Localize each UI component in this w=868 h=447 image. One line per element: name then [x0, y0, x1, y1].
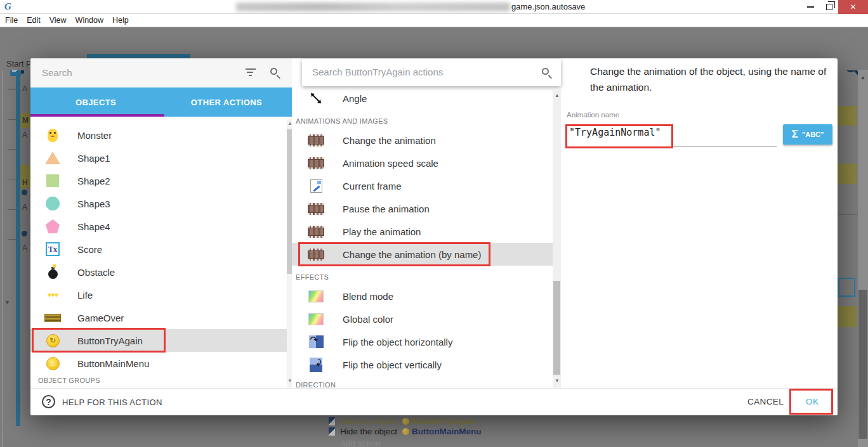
menu-edit[interactable]: Edit: [27, 16, 46, 25]
tab-start-page[interactable]: Start P: [6, 59, 32, 68]
flip-horizontal-icon: ↷: [307, 334, 325, 349]
toolbar: [0, 27, 868, 54]
action-item-play-animation[interactable]: Play the animation: [292, 220, 553, 243]
title-bar: G game.json.autosave ✕: [0, 0, 868, 14]
action-item-blend-mode[interactable]: Blend mode: [292, 285, 553, 308]
action-item-change-animation[interactable]: Change the animation: [292, 129, 553, 152]
menu-file[interactable]: File: [5, 16, 23, 25]
object-item-score[interactable]: Tx Score: [30, 238, 287, 261]
highlighted-event-fragment: [838, 306, 857, 327]
text-object-icon: Tx: [44, 241, 61, 257]
hide-action-icon: [329, 417, 335, 425]
action-item-pause-animation[interactable]: Pause the animation: [292, 197, 553, 220]
action-item-current-frame[interactable]: Current frame: [292, 174, 553, 197]
object-thumbnail-icon: [402, 418, 409, 425]
highlighted-event-fragment: [838, 106, 857, 126]
cancel-button[interactable]: CANCEL: [747, 397, 784, 406]
help-icon[interactable]: ?: [42, 395, 55, 408]
action-item-global-color[interactable]: Global color: [292, 308, 553, 330]
action-item-flip-horizontally[interactable]: ↷ Flip the object horizontally: [292, 330, 553, 353]
action-description: Change the animation of the object, usin…: [590, 63, 831, 95]
active-tab-indicator: [30, 114, 164, 117]
action-text: Hide the object: [340, 417, 397, 426]
monster-icon: [44, 127, 61, 143]
object-label: Monster: [77, 130, 112, 141]
object-list-scroll-thumb[interactable]: [287, 129, 292, 274]
object-label: Shape3: [77, 198, 110, 209]
object-item-shape4[interactable]: Shape4: [30, 215, 287, 238]
scrollbar-up-icon[interactable]: ▲: [860, 75, 865, 81]
hearts-icon: ♥♥♥: [44, 287, 61, 303]
object-name: ButtonMainMenu: [412, 427, 481, 436]
object-item-obstacle[interactable]: Obstacle: [30, 261, 287, 283]
tree-tick: [8, 209, 16, 210]
tree-tick: [8, 239, 16, 240]
scroll-up-icon[interactable]: ▲: [555, 93, 560, 98]
object-label: Score: [77, 244, 102, 255]
tab-objects[interactable]: OBJECTS: [30, 87, 161, 117]
event-action-row[interactable]: Hide the object ButtonMainMenu: [329, 426, 482, 436]
scroll-down-icon[interactable]: ▼: [287, 378, 293, 384]
action-label: Play the animation: [343, 226, 421, 237]
action-item-angle[interactable]: Angle: [292, 87, 553, 110]
event-text-fragment: H: [22, 178, 28, 187]
object-item-shape1[interactable]: Shape1: [30, 146, 287, 169]
action-label: Angle: [343, 93, 367, 104]
action-label: Change the animation: [343, 135, 436, 146]
action-search-bar[interactable]: Search ButtonTryAgain actions: [302, 59, 561, 86]
tutorial-highlight-action: [298, 242, 490, 266]
film-icon: [307, 224, 325, 239]
action-label: Global color: [343, 314, 393, 325]
object-item-monster[interactable]: Monster: [30, 124, 287, 146]
triangle-icon: [44, 150, 61, 166]
search-icon[interactable]: [542, 68, 549, 75]
action-item-flip-vertically[interactable]: ↷ Flip the object vertically: [292, 353, 553, 376]
event-text-fragment: M: [22, 116, 29, 125]
object-item-shape2[interactable]: Shape2: [30, 169, 287, 192]
film-icon: [307, 133, 325, 148]
object-label: Shape2: [77, 176, 110, 186]
gdevelop-logo-icon: G: [4, 1, 11, 12]
expression-editor-button[interactable]: Σ "ABC": [783, 124, 832, 145]
object-label: GameOver: [77, 313, 124, 323]
condition-icon: [22, 231, 27, 236]
action-label: Blend mode: [343, 291, 393, 302]
menu-view[interactable]: View: [49, 16, 72, 25]
object-item-buttonmainmenu[interactable]: ⌂ ButtonMainMenu: [30, 352, 287, 375]
expander-arrow-icon[interactable]: ▼: [4, 299, 10, 306]
help-link[interactable]: HELP FOR THIS ACTION: [62, 398, 162, 407]
add-action-link[interactable]: Add action: [329, 438, 381, 447]
palette-icon: [307, 288, 325, 304]
menu-window[interactable]: Window: [76, 16, 109, 25]
gameover-icon: [44, 309, 61, 326]
action-item-animation-speed[interactable]: Animation speed scale: [292, 152, 553, 174]
left-scroll-line: [2, 70, 3, 447]
scroll-down-icon[interactable]: ▼: [555, 378, 560, 384]
action-label: Current frame: [343, 181, 402, 191]
tab-other-actions[interactable]: OTHER ACTIONS: [161, 87, 292, 117]
scroll-up-icon[interactable]: ▲: [287, 120, 293, 126]
object-item-life[interactable]: ♥♥♥ Life: [30, 283, 287, 306]
event-drag-bar: [16, 71, 20, 426]
object-search-bar[interactable]: Search: [30, 58, 292, 87]
tutorial-highlight-object: [32, 328, 166, 353]
event-action-row[interactable]: Hide the object ButtonTryAgain: [329, 416, 476, 426]
object-label: Shape4: [77, 221, 110, 232]
object-search-input[interactable]: Search: [42, 67, 72, 78]
object-item-gameover[interactable]: GameOver: [30, 306, 287, 329]
close-button[interactable]: ✕: [838, 0, 868, 14]
object-name: ButtonTryAgain: [412, 417, 476, 426]
filter-icon[interactable]: [245, 68, 256, 77]
restore-button[interactable]: [820, 0, 839, 14]
tree-tick: [8, 179, 16, 179]
search-icon[interactable]: [270, 68, 277, 75]
section-animations-images: ANIMATIONS AND IMAGES: [296, 117, 388, 125]
action-list-scroll-thumb[interactable]: [553, 281, 560, 375]
animation-name-label: Animation name: [567, 111, 619, 119]
minimize-button[interactable]: [801, 0, 820, 14]
action-search-input[interactable]: Search ButtonTryAgain actions: [312, 67, 443, 77]
menu-help[interactable]: Help: [112, 16, 135, 25]
event-divider: [838, 214, 858, 215]
object-item-shape3[interactable]: Shape3: [30, 192, 287, 215]
action-text: Hide the object: [340, 427, 397, 436]
